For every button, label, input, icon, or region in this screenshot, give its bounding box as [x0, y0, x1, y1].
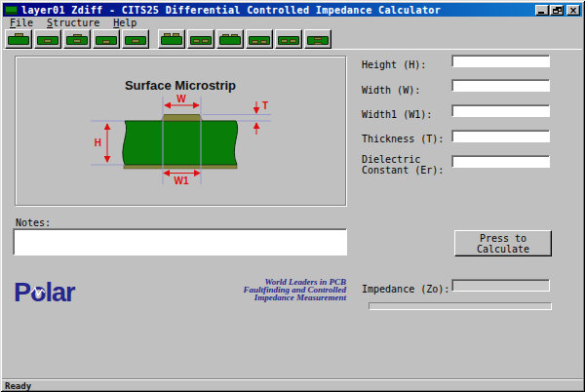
toolbar-button-coated-microstrip[interactable]: [63, 29, 91, 49]
brand-tagline: World Leaders in PCB Faultfinding and Co…: [190, 278, 346, 301]
width-input[interactable]: [451, 79, 550, 92]
impedance-output: [451, 279, 550, 292]
diagram-title: Surface Microstrip: [125, 78, 236, 93]
polar-logo-text: Polar: [14, 279, 76, 306]
restore-button[interactable]: [550, 5, 564, 16]
title-bar[interactable]: layer01 Zdiff - CITS25 Differential Cont…: [3, 3, 582, 17]
impedance-label: Impedance (Zo):: [362, 284, 451, 294]
minimize-icon: [538, 12, 544, 14]
toolbar-button-differential-offset-stripline[interactable]: [275, 29, 302, 49]
polar-logo: Polar: [14, 279, 101, 306]
toolbar-button-offset-stripline[interactable]: [122, 29, 149, 49]
structure-diagram-panel: Surface Microstrip: [15, 56, 346, 206]
toolbar-button-differential-coated-microstrip[interactable]: [216, 29, 244, 49]
dimension-label-w1: W1: [175, 176, 189, 186]
progress-bar: [369, 302, 552, 310]
trace-shape: [162, 115, 203, 122]
close-icon: ×: [567, 5, 579, 16]
differential-coated-microstrip-icon: [219, 33, 241, 46]
differential-surface-microstrip-icon: [161, 33, 182, 46]
height-input[interactable]: [451, 55, 550, 67]
broadside-coupled-stripline-icon: [307, 33, 329, 46]
notes-label: Notes:: [16, 217, 51, 228]
application-window: layer01 Zdiff - CITS25 Differential Cont…: [0, 0, 585, 392]
calculate-button[interactable]: Press to Calculate: [454, 230, 552, 256]
notes-input[interactable]: [13, 228, 347, 255]
dimension-label-w: W: [176, 94, 186, 104]
dimension-label-h: H: [95, 137, 101, 148]
thickness-input[interactable]: [451, 130, 550, 142]
dielectric-constant-label: Dielectric Constant (Er):: [362, 154, 451, 176]
toolbar-button-centered-stripline[interactable]: [93, 29, 120, 49]
minimize-button[interactable]: [535, 5, 549, 16]
toolbar-button-broadside-coupled-stripline[interactable]: [304, 29, 332, 49]
width-label: Width (W):: [362, 85, 451, 96]
status-text: Ready: [5, 381, 31, 391]
ground-plane-shape: [124, 166, 237, 169]
dimension-label-t: T: [262, 100, 268, 111]
offset-stripline-icon: [125, 33, 146, 46]
surface-microstrip-diagram: Surface Microstrip: [16, 57, 345, 205]
toolbar-button-differential-centered-stripline[interactable]: [246, 29, 273, 49]
window-title: layer01 Zdiff - CITS25 Differential Cont…: [21, 5, 535, 16]
coated-microstrip-icon: [66, 33, 88, 46]
toolbar-button-differential-embedded-microstrip[interactable]: [187, 29, 214, 49]
width1-label: Width1 (W1):: [362, 109, 451, 120]
toolbar-button-embedded-microstrip[interactable]: [34, 29, 61, 49]
substrate-shape: [123, 121, 238, 165]
toolbar-button-surface-microstrip[interactable]: [5, 29, 32, 49]
structure-toolbar: [3, 28, 582, 50]
dielectric-constant-input[interactable]: [451, 155, 550, 168]
embedded-microstrip-icon: [37, 33, 58, 46]
surface-microstrip-icon: [8, 33, 29, 46]
height-label: Height (H):: [362, 59, 451, 70]
thickness-label: Thickness (T):: [362, 134, 451, 144]
status-bar: Ready: [2, 378, 583, 390]
differential-embedded-microstrip-icon: [190, 33, 212, 46]
differential-offset-stripline-icon: [278, 33, 299, 46]
width1-input[interactable]: [451, 104, 550, 117]
app-icon: [5, 6, 18, 15]
toolbar-button-differential-surface-microstrip[interactable]: [158, 29, 185, 49]
close-button[interactable]: ×: [566, 5, 580, 16]
centered-stripline-icon: [96, 33, 117, 46]
differential-centered-stripline-icon: [249, 33, 270, 46]
tagline-line: Impedance Measurement: [190, 294, 346, 301]
